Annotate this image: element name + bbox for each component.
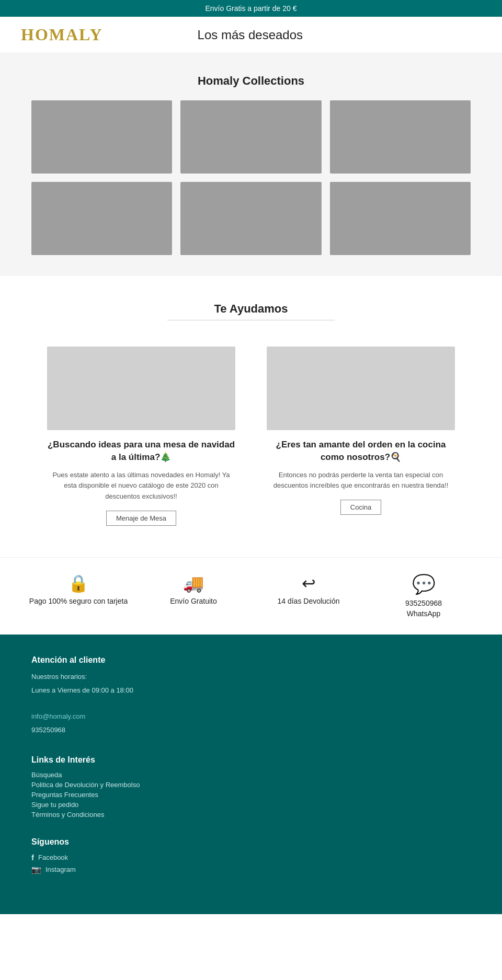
banner-text: Envío Gratis a partir de 20 € (205, 4, 296, 13)
features-bar: 🔒 Pago 100% seguro con tarjeta 🚚 Envío G… (0, 557, 502, 635)
footer: Atención al cliente Nuestros horarios: L… (0, 635, 502, 914)
collections-section: Homaly Collections (0, 53, 502, 276)
footer-link-busqueda[interactable]: Búsqueda (31, 771, 471, 779)
blog-area: ¿Buscando ideas para una mesa de navidad… (31, 336, 471, 536)
header: HOMALY Los más deseados (0, 17, 502, 53)
footer-link-faq[interactable]: Preguntas Frecuentes (31, 791, 471, 799)
footer-phone: 935250968 (31, 724, 471, 736)
blog-card-2-button[interactable]: Cocina (340, 500, 381, 515)
return-icon: ↩ (251, 573, 366, 593)
blog-card-1: ¿Buscando ideas para una mesa de navidad… (31, 336, 251, 536)
logo[interactable]: HOMALY (21, 25, 103, 44)
feature-secure-text: Pago 100% seguro con tarjeta (21, 596, 136, 607)
page-title: Los más deseados (198, 28, 303, 42)
facebook-icon: f (31, 853, 34, 862)
collection-item-3[interactable] (330, 100, 471, 174)
blog-card-1-desc: Pues estate atento a las últimas novedad… (47, 470, 235, 502)
feature-whatsapp[interactable]: 💬 935250968 WhatsApp (366, 573, 481, 619)
feature-returns-text: 14 días Devolución (251, 596, 366, 607)
collection-item-4[interactable] (31, 182, 172, 255)
feature-secure-payment: 🔒 Pago 100% seguro con tarjeta (21, 573, 136, 607)
feature-shipping-text: Envío Gratuito (136, 596, 251, 607)
footer-hours-label: Nuestros horarios: (31, 671, 471, 683)
truck-icon: 🚚 (136, 573, 251, 593)
blog-card-2: ¿Eres tan amante del orden en la cocina … (251, 336, 471, 536)
help-title: Te Ayudamos (31, 302, 471, 316)
feature-returns: ↩ 14 días Devolución (251, 573, 366, 607)
help-divider (31, 320, 471, 320)
footer-link-pedido[interactable]: Sigue tu pedido (31, 801, 471, 809)
lock-icon: 🔒 (21, 573, 136, 593)
feature-free-shipping: 🚚 Envío Gratuito (136, 573, 251, 607)
footer-social-heading: Síguenos (31, 837, 471, 847)
footer-link-devolucion[interactable]: Politica de Devolución y Reembolso (31, 781, 471, 789)
whatsapp-phone: 935250968 (366, 598, 481, 609)
whatsapp-icon: 💬 (366, 573, 481, 595)
instagram-link[interactable]: Instagram (45, 866, 76, 873)
help-section: Te Ayudamos ¿Buscando ideas para una mes… (0, 276, 502, 557)
blog-card-2-title: ¿Eres tan amante del orden en la cocina … (267, 439, 455, 464)
collections-title: Homaly Collections (31, 74, 471, 88)
top-banner: Envío Gratis a partir de 20 € (0, 0, 502, 17)
footer-customer-service: Atención al cliente Nuestros horarios: L… (31, 655, 471, 736)
instagram-icon: 📷 (31, 865, 41, 874)
blog-card-1-title: ¿Buscando ideas para una mesa de navidad… (47, 439, 235, 464)
footer-social-section: Síguenos f Facebook 📷 Instagram (31, 837, 471, 874)
footer-customer-heading: Atención al cliente (31, 655, 471, 665)
collection-item-1[interactable] (31, 100, 172, 174)
blog-card-2-desc: Entonces no podrás perderte la venta tan… (267, 470, 455, 492)
footer-hours: Lunes a Viernes de 09:00 a 18:00 (31, 685, 471, 696)
collection-item-5[interactable] (180, 182, 321, 255)
collection-item-6[interactable] (330, 182, 471, 255)
collections-grid (31, 100, 471, 255)
facebook-link[interactable]: Facebook (38, 854, 68, 861)
blog-card-1-button[interactable]: Menaje de Mesa (106, 511, 176, 526)
footer-links-section: Links de Interés Búsqueda Politica de De… (31, 755, 471, 818)
collection-item-2[interactable] (180, 100, 321, 174)
footer-link-terminos[interactable]: Términos y Condiciones (31, 811, 471, 818)
blog-image-2 (267, 347, 455, 430)
footer-facebook[interactable]: f Facebook (31, 853, 471, 862)
whatsapp-label: WhatsApp (366, 609, 481, 619)
blog-image-1 (47, 347, 235, 430)
footer-instagram[interactable]: 📷 Instagram (31, 865, 471, 874)
footer-links-heading: Links de Interés (31, 755, 471, 765)
footer-email[interactable]: info@homaly.com (31, 711, 471, 722)
